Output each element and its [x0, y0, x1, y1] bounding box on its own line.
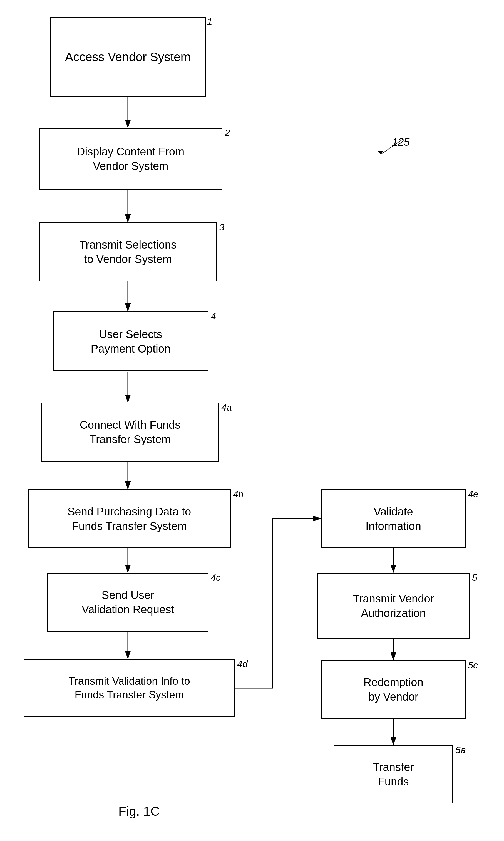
- box-transfer-funds: TransferFunds: [334, 745, 453, 804]
- ref-4c: 4c: [211, 572, 221, 583]
- ref-5a: 5a: [455, 745, 466, 755]
- figure-caption: Fig. 1C: [56, 804, 222, 819]
- box-user-selects-payment: User SelectsPayment Option: [53, 311, 209, 371]
- ref-4b: 4b: [233, 489, 244, 500]
- box-transmit-selections: Transmit Selectionsto Vendor System: [39, 222, 217, 281]
- box-access-vendor-system: Access Vendor System: [50, 17, 206, 97]
- ref-5: 5: [472, 572, 477, 583]
- ref-4a: 4a: [221, 402, 232, 413]
- box-connect-funds-transfer: Connect With FundsTransfer System: [41, 402, 219, 462]
- box-validate-information: ValidateInformation: [321, 489, 466, 548]
- box-redemption-by-vendor: Redemptionby Vendor: [321, 660, 466, 719]
- svg-marker-12: [378, 151, 384, 154]
- box-transmit-vendor-auth: Transmit VendorAuthorization: [317, 573, 470, 639]
- box-send-purchasing-data: Send Purchasing Data toFunds Transfer Sy…: [28, 489, 231, 548]
- ref-4d: 4d: [237, 658, 248, 669]
- box-send-user-validation: Send UserValidation Request: [47, 573, 209, 632]
- diagram-container: Access Vendor System 1 Display Content F…: [0, 0, 504, 841]
- label-125: 125: [375, 136, 409, 161]
- ref-3: 3: [219, 222, 224, 233]
- ref-2: 2: [224, 127, 230, 138]
- ref-5c: 5c: [468, 660, 478, 670]
- box-display-content: Display Content FromVendor System: [39, 128, 222, 190]
- box-transmit-validation-info: Transmit Validation Info toFunds Transfe…: [24, 659, 235, 717]
- ref-4: 4: [211, 311, 216, 322]
- ref-4e: 4e: [468, 489, 479, 500]
- ref-1: 1: [207, 16, 212, 27]
